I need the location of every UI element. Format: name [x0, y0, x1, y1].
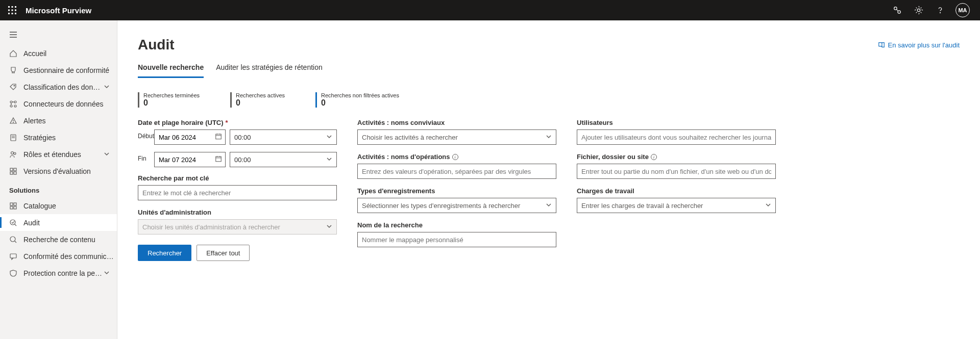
chevron-down-icon — [104, 150, 110, 159]
info-icon[interactable]: i — [452, 154, 458, 160]
sidebar-item-data-connectors[interactable]: Connecteurs de données — [0, 95, 117, 112]
tab-new-search[interactable]: Nouvelle recherche — [138, 63, 204, 78]
chevron-down-icon — [326, 134, 332, 141]
search-name-field[interactable] — [362, 236, 552, 244]
start-time-select[interactable]: 00:00 — [230, 129, 337, 145]
header-settings-button[interactable] — [909, 0, 929, 20]
start-date-input[interactable] — [154, 129, 226, 145]
svg-rect-5 — [15, 10, 16, 11]
sidebar-item-label: Alertes — [23, 117, 117, 125]
workloads-select[interactable]: Entrer les charges de travail à recherch… — [577, 198, 776, 213]
end-time-select[interactable]: 00:00 — [230, 152, 337, 167]
activities-ops-input[interactable] — [357, 164, 556, 179]
file-input[interactable] — [577, 164, 776, 179]
learn-more-link[interactable]: En savoir plus sur l'audit — [878, 41, 960, 49]
sidebar-item-label: Versions d'évaluation — [23, 167, 117, 175]
activities-friendly-select[interactable]: Choisir les activités à rechercher — [357, 129, 556, 145]
calendar-icon — [215, 133, 222, 142]
stats-row: Recherches terminées 0 Recherches active… — [138, 92, 960, 108]
svg-point-39 — [10, 220, 15, 225]
header-help-button[interactable] — [930, 0, 950, 20]
svg-rect-37 — [10, 206, 13, 209]
header-extensions-button[interactable] — [887, 0, 908, 20]
svg-rect-0 — [8, 6, 10, 8]
sidebar-item-label: Accueil — [23, 49, 117, 58]
keyword-label: Recherche par mot clé — [138, 174, 337, 182]
scroll-icon — [9, 134, 17, 142]
sidebar-item-audit[interactable]: Audit — [0, 214, 117, 231]
chevron-down-icon — [546, 134, 552, 141]
workloads-label: Charges de travail — [577, 187, 776, 195]
sidebar-item-content-search[interactable]: Recherche de contenu — [0, 231, 117, 248]
sidebar: Accueil Gestionnaire de conformité Class… — [0, 20, 117, 339]
search-button[interactable]: Rechercher — [138, 245, 191, 261]
users-input[interactable] — [577, 129, 776, 145]
activities-friendly-placeholder: Choisir les activités à rechercher — [362, 134, 546, 141]
sidebar-item-trials[interactable]: Versions d'évaluation — [0, 163, 117, 179]
activities-ops-label: Activités : noms d'opérations i — [357, 153, 556, 161]
clear-button[interactable]: Effacer tout — [197, 245, 250, 261]
svg-rect-3 — [8, 10, 10, 11]
svg-point-18 — [10, 101, 12, 103]
book-icon — [878, 41, 885, 48]
app-launcher-button[interactable] — [4, 2, 20, 18]
sidebar-collapse-button[interactable] — [0, 24, 117, 45]
user-avatar[interactable]: MA — [955, 3, 970, 17]
chevron-down-icon — [326, 223, 332, 231]
sidebar-item-data-classification[interactable]: Classification des données — [0, 79, 117, 95]
record-types-select[interactable]: Sélectionner les types d'enregistrements… — [357, 198, 556, 213]
sidebar-item-compliance-manager[interactable]: Gestionnaire de conformité — [0, 62, 117, 79]
users-label: Utilisateurs — [577, 119, 776, 126]
hamburger-icon — [9, 31, 17, 39]
tabs: Nouvelle recherche Auditer les stratégie… — [138, 63, 960, 78]
svg-rect-34 — [14, 172, 16, 174]
sidebar-item-label: Recherche de contenu — [23, 236, 117, 244]
sidebar-item-dlp[interactable]: Protection contre la perte d... — [0, 265, 117, 281]
svg-point-41 — [10, 237, 15, 242]
file-field[interactable] — [581, 168, 771, 175]
svg-rect-7 — [12, 13, 13, 14]
svg-rect-8 — [15, 13, 16, 14]
svg-rect-33 — [10, 172, 13, 174]
svg-rect-36 — [14, 203, 16, 205]
stat-label: Recherches non filtrées actives — [321, 92, 399, 98]
sidebar-item-accueil[interactable]: Accueil — [0, 45, 117, 62]
stat-unfiltered: Recherches non filtrées actives 0 — [315, 92, 399, 108]
info-icon[interactable]: i — [651, 154, 657, 160]
search-name-input[interactable] — [357, 232, 556, 247]
sidebar-item-catalog[interactable]: Catalogue — [0, 197, 117, 214]
tab-retention-policies[interactable]: Auditer les stratégies de rétention — [216, 63, 323, 78]
stat-completed: Recherches terminées 0 — [138, 92, 200, 108]
svg-point-20 — [10, 105, 12, 107]
svg-point-21 — [14, 105, 16, 107]
chevron-down-icon — [765, 202, 771, 210]
home-icon — [9, 49, 17, 58]
start-date-value[interactable] — [159, 134, 221, 141]
users-field[interactable] — [581, 134, 771, 141]
svg-rect-1 — [12, 6, 13, 8]
sidebar-item-alerts[interactable]: Alertes — [0, 112, 117, 129]
sidebar-item-roles[interactable]: Rôles et étendues — [0, 146, 117, 163]
keyword-input[interactable] — [138, 185, 337, 200]
date-range-label: Date et plage horaire (UTC)* — [138, 119, 337, 126]
svg-rect-48 — [216, 157, 222, 162]
audit-icon — [9, 219, 17, 227]
end-label: Fin — [138, 152, 154, 162]
svg-rect-4 — [12, 10, 13, 11]
people-icon — [9, 150, 17, 159]
admin-units-select[interactable]: Choisir les unités d'administration à re… — [138, 219, 337, 234]
sidebar-item-label: Connecteurs de données — [23, 100, 117, 108]
svg-line-11 — [896, 9, 898, 11]
start-label: Début — [138, 129, 154, 140]
activities-ops-field[interactable] — [362, 168, 552, 175]
sidebar-item-label: Conformité des communications — [23, 252, 117, 260]
form-col-activities: Activités : noms conviviaux Choisir les … — [357, 119, 556, 261]
end-date-input[interactable] — [154, 152, 226, 167]
sidebar-item-policies[interactable]: Stratégies — [0, 129, 117, 146]
stat-value: 0 — [143, 98, 200, 108]
end-date-value[interactable] — [159, 156, 221, 164]
keyword-field[interactable] — [142, 189, 332, 197]
svg-point-13 — [940, 12, 940, 13]
sidebar-item-comm-compliance[interactable]: Conformité des communications — [0, 248, 117, 265]
svg-point-17 — [14, 85, 15, 86]
